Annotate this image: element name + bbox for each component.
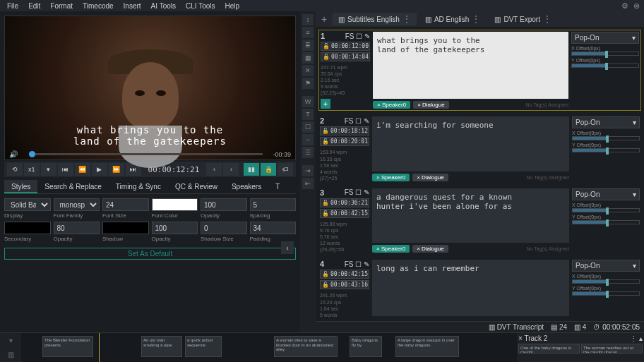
tab-more[interactable]: T [268, 180, 287, 193]
spacing-input[interactable] [250, 198, 297, 211]
timeline-clip[interactable]: a quick action sequence [185, 336, 222, 357]
video-preview[interactable]: what brings you to the land of the gatek… [4, 16, 296, 160]
cue-row[interactable]: 4FS ☐ ✎🔓00:00:42:15🔓00:00:43:16291.26 wp… [318, 258, 641, 319]
split-button[interactable]: ▮▮ [244, 163, 259, 176]
y-offset-slider[interactable] [572, 291, 640, 296]
menu-help[interactable]: Help [221, 1, 244, 11]
x-offset-slider[interactable] [571, 52, 639, 56]
menu-timecode[interactable]: Timecode [78, 1, 118, 11]
cue-text[interactable]: what brings you to theland of the gateke… [373, 32, 568, 99]
shadow-size-input[interactable] [201, 222, 247, 234]
x-offset-slider[interactable] [572, 279, 640, 284]
timeline-clip[interactable]: Baby dragons fly by [350, 336, 382, 357]
settings-icon[interactable]: ⚙ [620, 1, 630, 11]
rail-width-icon[interactable]: W [302, 96, 314, 107]
cue-out-time[interactable]: 🔓00:00:20:01 [320, 137, 369, 146]
rail-flag-icon[interactable]: ⚑ [302, 78, 314, 89]
x-offset-slider[interactable] [572, 136, 640, 140]
cue-out-time[interactable]: 🔓00:00:43:16 [320, 280, 369, 289]
playhead[interactable] [99, 333, 100, 362]
display-select[interactable]: Solid Ba [4, 198, 51, 211]
tab-dvt-export[interactable]: ▥DVT Export⋮ [489, 13, 557, 25]
frame-fwd-button[interactable]: ⏩ [109, 163, 124, 176]
cue-tag[interactable]: × Speaker0 [372, 174, 410, 181]
rail-grid-icon[interactable]: ▦ [302, 52, 314, 64]
rail-split-icon[interactable]: ⇤ [302, 178, 314, 189]
tab-qc[interactable]: QC & Review [168, 180, 225, 193]
scrubber[interactable] [29, 153, 263, 155]
speed-button[interactable]: x1 [24, 163, 40, 176]
font-color-swatch[interactable] [152, 198, 198, 211]
next-cue-button[interactable]: › [223, 163, 239, 176]
tab-search[interactable]: Search & Replace [37, 180, 109, 193]
cue-row[interactable]: 2FS ☐ ✎🔓00:00:18:12🔓00:00:20:01153.94 wp… [318, 115, 641, 182]
padding-input[interactable] [250, 222, 297, 234]
menu-file[interactable]: File [3, 1, 23, 11]
menu-insert[interactable]: Insert [119, 1, 145, 11]
cue-mode-select[interactable]: Pop-On▾ [572, 260, 640, 272]
cue-text[interactable]: long as i can remember [372, 260, 569, 315]
rail-box-icon[interactable]: ☐ [302, 121, 314, 133]
loop-button[interactable]: ⟲ [7, 163, 23, 176]
cue-in-time[interactable]: 🔓00:00:36:21 [320, 198, 369, 207]
menu-clitools[interactable]: CLI Tools [181, 1, 220, 11]
y-offset-slider[interactable] [572, 220, 640, 224]
cue-in-time[interactable]: 🔓00:00:42:15 [320, 270, 369, 279]
font-size-input[interactable] [102, 198, 149, 211]
rail-bars-icon[interactable]: ☰ [302, 147, 314, 158]
y-offset-slider[interactable] [572, 148, 640, 152]
cue-mode-select[interactable]: Pop-On▾ [572, 188, 640, 200]
cue-row[interactable]: 1FS ☐ ✎🔓00:00:12:00🔓00:00:14:04247.71 wp… [318, 30, 641, 111]
set-default-button[interactable]: Set As Default [4, 248, 296, 260]
cue-mode-select[interactable]: Pop-On▾ [572, 116, 640, 128]
cue-tag[interactable]: × Speaker0 [373, 101, 410, 109]
lock-button[interactable]: 🔒 [261, 163, 276, 176]
rail-x-icon[interactable]: ✕ [302, 65, 314, 76]
cue-tag[interactable]: × Dialogue [412, 174, 448, 181]
skip-back-button[interactable]: ⏮ [58, 163, 73, 176]
tab-ad-english[interactable]: ▥AD English⋮ [419, 13, 486, 25]
tab-timing[interactable]: Timing & Sync [109, 180, 168, 193]
y-offset-slider[interactable] [571, 64, 639, 68]
opacity3-input[interactable] [152, 222, 198, 234]
timeline-clip[interactable]: The woman reaches out to the caught drag… [581, 344, 643, 354]
timeline-clip[interactable]: A woman tries to save a blocked door in … [274, 336, 338, 357]
rail-align-left-icon[interactable]: ≡ [302, 27, 314, 38]
menu-aitools[interactable]: AI Tools [147, 1, 180, 11]
volume-icon[interactable]: 🔊 [9, 150, 18, 158]
cue-tag[interactable]: × Dialogue [412, 245, 448, 253]
rail-align-center-icon[interactable]: ≣ [302, 40, 314, 51]
font-family-select[interactable]: monosp [54, 198, 100, 211]
cue-in-time[interactable]: 🔓00:00:12:00 [321, 42, 370, 51]
prev-cue-button[interactable]: ‹ [206, 163, 222, 176]
cue-mode-select[interactable]: Pop-On▾ [571, 32, 639, 44]
rail-text-icon[interactable]: T [302, 109, 314, 120]
rail-merge-icon[interactable]: ⇥ [302, 165, 314, 176]
tab-styles[interactable]: Styles [4, 180, 37, 193]
rail-minus-icon[interactable]: − [302, 134, 314, 145]
cue-text[interactable]: i'm searching for someone [372, 116, 569, 171]
track-menu-icon[interactable]: ⋮ ▴ [630, 334, 643, 342]
timeline-clip[interactable]: An old man smoking a pipe. [141, 336, 182, 357]
tab-menu-icon[interactable]: ⋮ [543, 14, 551, 24]
tab-menu-icon[interactable]: ⋮ [402, 14, 411, 24]
tab-speakers[interactable]: Speakers [225, 180, 268, 193]
cue-row[interactable]: 3FS ☐ ✎🔓00:00:36:21🔓00:00:42:15125.00 wp… [318, 187, 641, 254]
rail-arrow-up-icon[interactable]: ↕ [302, 14, 314, 25]
cue-out-time[interactable]: 🔓00:00:14:04 [321, 52, 370, 61]
play-button[interactable]: ▶ [92, 163, 107, 176]
timeline-clip[interactable]: One of the baby dragons is caught. [518, 344, 580, 354]
cue-out-time[interactable]: 🔓00:00:42:15 [320, 209, 369, 218]
timeline-collapse-icon[interactable]: ▾ [9, 337, 13, 344]
menu-edit[interactable]: Edit [24, 1, 44, 11]
add-track-button[interactable]: + [318, 13, 330, 25]
tab-subtitles-english[interactable]: ▥Subtitles English⋮ [333, 13, 417, 25]
add-cue-button[interactable]: + [321, 99, 330, 109]
frame-back-button[interactable]: ⏪ [75, 163, 90, 176]
menu-format[interactable]: Format [46, 1, 77, 11]
timeline-cc-icon[interactable]: ▥ [8, 351, 14, 358]
opacity2-input[interactable] [54, 222, 100, 234]
x-offset-slider[interactable] [572, 208, 640, 212]
timeline-clip[interactable]: A large dragon swoops in over the baby d… [395, 336, 459, 357]
collapse-panel-button[interactable]: ‹ [281, 241, 294, 254]
